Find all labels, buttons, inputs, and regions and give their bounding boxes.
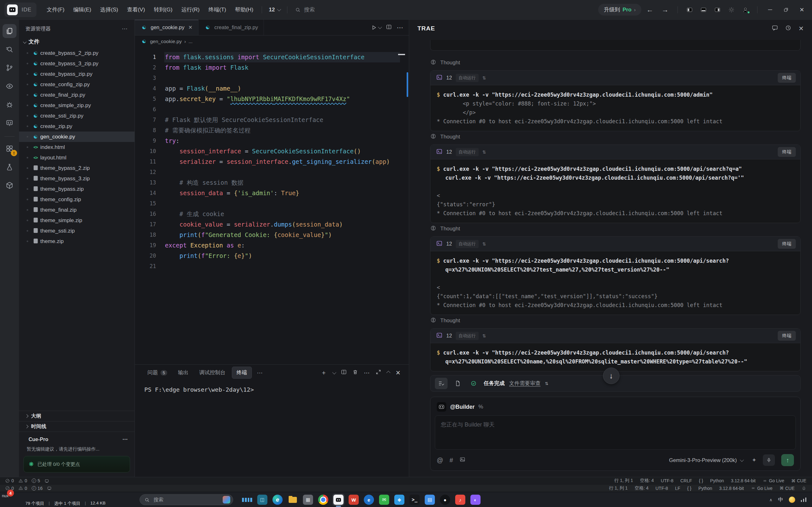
sidebar-more-icon[interactable]: ⋯: [122, 25, 128, 32]
file-item[interactable]: theme_bypass_2.zip: [19, 163, 135, 173]
window-minimize-button[interactable]: ─: [763, 3, 777, 16]
activity-package-icon[interactable]: [3, 178, 16, 192]
voice-input-button[interactable]: [763, 454, 775, 466]
tab-gen-cookie[interactable]: ☯ gen_cookie.py ✕: [135, 20, 199, 35]
checklist-button[interactable]: [435, 378, 448, 389]
taskbar-app-plain[interactable]: >_: [409, 494, 420, 506]
upgrade-pro-button[interactable]: 升级到 Pro ›: [598, 4, 641, 15]
file-item[interactable]: theme_ssti.zip: [19, 226, 135, 236]
activity-extensions-icon[interactable]: !: [3, 142, 16, 156]
timeline-section[interactable]: 时间线: [19, 421, 135, 432]
expand-collapse-icon[interactable]: ⇅: [483, 333, 486, 338]
menu-item[interactable]: 选择(S): [96, 4, 123, 15]
thought-label[interactable]: Thought: [430, 223, 801, 234]
file-item[interactable]: ☯create_bypass_3_zip.py: [19, 58, 135, 69]
ime-indicator[interactable]: 中: [778, 497, 783, 503]
status-crlf[interactable]: CRLF: [680, 478, 692, 483]
file-item[interactable]: ☯gen_cookie.py: [19, 131, 135, 142]
expand-collapse-icon[interactable]: ⇅: [483, 241, 486, 246]
info-indicator[interactable]: i5: [32, 478, 40, 483]
trae-conversation[interactable]: Thought12自动运行⇅终端$curl.exe -k -v "https:/…: [409, 38, 812, 477]
attach-image-icon[interactable]: [459, 456, 466, 464]
open-in-terminal-button[interactable]: 终端: [778, 147, 796, 157]
taskbar-app-chrome[interactable]: [317, 494, 329, 506]
taskbar-app-start[interactable]: [241, 494, 253, 506]
menu-item[interactable]: 文件(F): [42, 4, 69, 15]
taskbar-app-plain[interactable]: ◆: [393, 494, 405, 506]
cuepro-progress-card[interactable]: ❋ 已处理 0/0 个变更点: [23, 456, 130, 472]
file-item[interactable]: theme_simple.zip: [19, 215, 135, 226]
taskbar-app-plain[interactable]: ▤: [424, 494, 436, 506]
auto-model-icon[interactable]: ✦: [752, 457, 757, 464]
kill-terminal-button[interactable]: [352, 369, 358, 376]
activity-source-control-icon[interactable]: [3, 61, 16, 75]
terminal-more-icon[interactable]: ⋯: [364, 369, 370, 377]
files-section-header[interactable]: 文件: [19, 36, 135, 48]
terminal-prompt[interactable]: PS F:\edge browser\web-2day\12>: [135, 381, 409, 393]
taskbar-app-plain[interactable]: W: [348, 494, 360, 506]
file-item[interactable]: ☯create_bypass_2_zip.py: [19, 48, 135, 58]
menu-item[interactable]: 转到(G): [149, 4, 177, 15]
project-switcher[interactable]: 12: [266, 5, 284, 14]
send-button[interactable]: ↑: [781, 454, 794, 466]
file-item[interactable]: ☯create_config_zip.py: [19, 79, 135, 90]
status-python[interactable]: Python: [699, 486, 712, 491]
taskbar-app-trae[interactable]: [333, 494, 345, 506]
status-3-12-8-64-bit[interactable]: 3.12.8 64-bit: [719, 486, 744, 491]
chat-input[interactable]: 您正在与 Builder 聊天: [435, 415, 796, 450]
open-in-terminal-button[interactable]: 终端: [778, 331, 796, 341]
feedback-icon[interactable]: [772, 25, 778, 32]
menu-item[interactable]: 运行(R): [177, 4, 204, 15]
menu-item[interactable]: 终端(T): [204, 4, 231, 15]
scroll-to-bottom-button[interactable]: ↓: [603, 368, 619, 384]
file-item[interactable]: ☯create_zip.py: [19, 121, 135, 131]
status-utf-8[interactable]: UTF-8: [661, 478, 673, 483]
activity-preview-icon[interactable]: [3, 79, 16, 93]
status-3-12-8-64-bit[interactable]: 3.12.8 64-bit: [731, 478, 756, 483]
split-terminal-button[interactable]: [341, 369, 347, 376]
mention-icon[interactable]: @: [437, 457, 443, 464]
activity-remote-preview-icon[interactable]: [3, 116, 16, 130]
model-selector[interactable]: Gemini-3-Pro-Preview (200k): [669, 457, 743, 463]
panel-tab-问题[interactable]: 问题5: [143, 367, 171, 378]
panel-chevron-up-icon[interactable]: [386, 371, 391, 375]
taskbar-app-plain[interactable]: e: [363, 494, 375, 506]
file-item[interactable]: theme_bypass.zip: [19, 184, 135, 194]
thought-label[interactable]: Thought: [430, 57, 801, 68]
navigate-back-button[interactable]: ←: [643, 4, 657, 15]
cuepro-header[interactable]: Cue-Pro ⋯: [19, 435, 135, 444]
global-search[interactable]: 搜索: [291, 5, 318, 14]
status--[interactable]: { }: [687, 486, 692, 491]
close-panel-icon[interactable]: ✕: [798, 25, 804, 32]
file-item[interactable]: theme_config.zip: [19, 194, 135, 205]
status-cue[interactable]: ⌘CUE: [779, 486, 795, 491]
navigate-forward-button[interactable]: →: [658, 4, 672, 15]
app-logo[interactable]: IDE: [4, 3, 37, 17]
thought-label[interactable]: Thought: [430, 131, 801, 143]
ports-icon[interactable]: [47, 486, 52, 491]
file-item[interactable]: ☯create_simple_zip.py: [19, 100, 135, 111]
status-go-live[interactable]: Go Live: [751, 486, 772, 491]
status--[interactable]: { }: [699, 478, 703, 483]
toggle-right-panel-button[interactable]: [711, 4, 723, 15]
menu-item[interactable]: 查看(V): [122, 4, 149, 15]
maximize-panel-button[interactable]: [375, 369, 381, 376]
file-item[interactable]: ☯create_ssti_zip.py: [19, 111, 135, 121]
open-in-terminal-button[interactable]: 终端: [778, 239, 796, 249]
toggle-bottom-panel-button[interactable]: [698, 4, 710, 15]
open-in-terminal-button[interactable]: 终端: [778, 73, 796, 83]
taskbar-app-plain[interactable]: ♪: [454, 494, 466, 506]
file-item[interactable]: <>layout.html: [19, 153, 135, 163]
status--1-1[interactable]: 行 1, 列 1: [609, 486, 628, 491]
panel-tab-输出[interactable]: 输出: [173, 367, 193, 378]
taskbar-app-plain[interactable]: ◫: [256, 494, 268, 506]
editor-more-actions-icon[interactable]: ⋯: [397, 24, 403, 32]
taskbar-search[interactable]: 搜索: [140, 494, 233, 505]
panel-more-icon[interactable]: ⋯: [254, 369, 266, 377]
file-item[interactable]: <>index.html: [19, 142, 135, 153]
breadcrumb-file[interactable]: gen_cookie.py: [150, 39, 182, 44]
history-icon[interactable]: [785, 25, 792, 32]
close-tab-icon[interactable]: ✕: [188, 24, 192, 31]
account-avatar[interactable]: [740, 4, 751, 15]
file-review-button[interactable]: [452, 378, 463, 389]
